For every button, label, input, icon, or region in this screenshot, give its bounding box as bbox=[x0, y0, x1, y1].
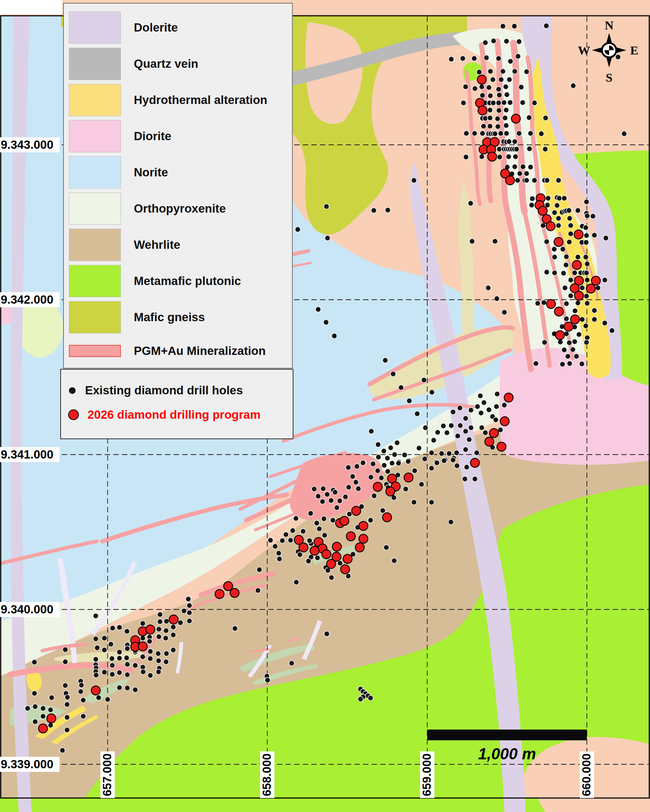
existing-drill-hole bbox=[156, 669, 161, 675]
planned-drill-hole bbox=[556, 331, 564, 340]
easting-label: 658.000 bbox=[260, 751, 274, 798]
existing-drill-hole bbox=[147, 639, 153, 644]
existing-drill-hole bbox=[603, 235, 609, 241]
existing-drill-hole bbox=[324, 631, 330, 637]
existing-drill-hole bbox=[439, 451, 445, 456]
existing-drill-hole bbox=[580, 285, 585, 291]
existing-drill-hole bbox=[486, 407, 492, 413]
existing-drill-hole bbox=[78, 689, 84, 694]
existing-drill-hole bbox=[346, 574, 351, 579]
existing-drill-hole bbox=[506, 154, 512, 160]
existing-drill-hole bbox=[411, 500, 417, 505]
existing-drill-hole bbox=[507, 77, 512, 82]
existing-drill-hole bbox=[156, 634, 162, 640]
planned-drill-hole bbox=[355, 543, 364, 552]
existing-drill-hole bbox=[384, 545, 389, 550]
existing-drill-hole bbox=[346, 465, 351, 470]
existing-drill-hole bbox=[295, 227, 301, 232]
existing-drill-hole bbox=[416, 446, 422, 451]
existing-drill-hole bbox=[584, 240, 589, 245]
planned-drill-hole bbox=[497, 443, 506, 451]
existing-drill-hole bbox=[504, 39, 509, 44]
existing-drill-hole bbox=[109, 656, 115, 661]
existing-drill-hole bbox=[462, 476, 468, 482]
existing-drill-hole bbox=[33, 704, 38, 710]
existing-drill-hole bbox=[544, 270, 549, 275]
existing-drill-hole bbox=[308, 511, 314, 516]
existing-drill-hole bbox=[497, 108, 502, 113]
existing-drill-hole bbox=[515, 54, 521, 59]
existing-drill-hole bbox=[297, 552, 303, 557]
existing-drill-hole bbox=[158, 612, 163, 617]
existing-drill-hole bbox=[478, 393, 483, 398]
existing-drill-hole bbox=[592, 317, 597, 322]
legend-label-diorite: Diorite bbox=[134, 130, 171, 143]
existing-drill-hole bbox=[575, 208, 581, 213]
existing-drill-hole bbox=[585, 278, 590, 283]
existing-drill-hole bbox=[41, 714, 46, 719]
existing-drill-hole bbox=[502, 100, 507, 105]
legend-swatch-norite bbox=[69, 156, 121, 189]
existing-drill-hole bbox=[503, 84, 509, 90]
existing-drill-hole bbox=[567, 340, 572, 346]
existing-drill-hole bbox=[407, 398, 412, 404]
existing-drill-hole bbox=[312, 487, 317, 492]
easting-label: 657.000 bbox=[101, 751, 115, 798]
planned-drill-hole bbox=[504, 393, 513, 402]
legend-swatch-dolerite bbox=[69, 11, 121, 44]
existing-drill-hole bbox=[148, 656, 153, 661]
existing-drill-hole bbox=[283, 532, 289, 537]
existing-drill-hole bbox=[406, 459, 411, 464]
existing-drill-hole bbox=[49, 695, 55, 701]
planned-drill-hole bbox=[386, 487, 395, 496]
planned-drill-hole bbox=[554, 238, 563, 247]
existing-drill-hole bbox=[488, 108, 493, 113]
existing-drill-hole bbox=[435, 430, 440, 435]
existing-drill-hole bbox=[562, 196, 567, 201]
existing-drill-hole bbox=[187, 618, 192, 624]
existing-drill-hole bbox=[479, 84, 485, 90]
planned-drill-hole bbox=[347, 532, 355, 541]
existing-drill-hole bbox=[337, 498, 343, 504]
planned-drill-hole bbox=[555, 307, 564, 316]
planned-drill-hole bbox=[485, 437, 494, 446]
legend-item-pgm-au-mineralization: PGM+Au Mineralization bbox=[69, 344, 292, 358]
legend-swatch-quartz-vein bbox=[69, 48, 121, 80]
planned-drill-hole bbox=[383, 513, 392, 522]
existing-drill-hole bbox=[572, 308, 578, 314]
existing-drill-hole bbox=[41, 706, 46, 711]
existing-drill-hole bbox=[473, 86, 478, 92]
planned-drill-hole bbox=[506, 176, 515, 185]
existing-drill-hole bbox=[585, 261, 590, 267]
existing-drill-hole bbox=[277, 556, 282, 562]
existing-drill-hole bbox=[133, 687, 138, 693]
existing-drill-hole bbox=[468, 425, 474, 430]
existing-drill-hole bbox=[117, 670, 122, 675]
legend-item-mafic-gneiss: Mafic gneiss bbox=[69, 301, 292, 333]
existing-drill-hole bbox=[320, 499, 325, 504]
existing-drill-hole bbox=[430, 390, 435, 395]
legend-item-wehrlite: Wehrlite bbox=[69, 229, 292, 261]
existing-drill-hole bbox=[577, 332, 582, 337]
existing-drill-hole bbox=[140, 621, 146, 626]
existing-drill-hole bbox=[488, 124, 493, 129]
existing-drill-hole bbox=[496, 87, 502, 92]
legend-item-planned-holes: 2026 diamond drilling program bbox=[68, 403, 293, 427]
existing-drill-hole bbox=[403, 487, 408, 492]
legend-item-diorite: Diorite bbox=[69, 120, 292, 153]
existing-drill-hole bbox=[490, 77, 496, 82]
existing-drill-hole bbox=[81, 698, 86, 703]
existing-drill-hole bbox=[479, 411, 484, 416]
existing-drill-hole bbox=[171, 624, 176, 630]
existing-drill-hole bbox=[488, 69, 493, 74]
existing-drill-hole bbox=[494, 296, 500, 302]
existing-drill-hole bbox=[524, 171, 529, 176]
legend-swatch-mafic-gneiss bbox=[69, 301, 121, 333]
existing-drill-hole bbox=[110, 672, 115, 677]
existing-drill-hole bbox=[552, 255, 557, 260]
planned-drill-hole bbox=[571, 315, 580, 324]
existing-drill-hole bbox=[520, 164, 526, 169]
existing-drill-hole bbox=[584, 294, 589, 299]
existing-drill-hole bbox=[602, 321, 608, 326]
existing-drill-hole bbox=[583, 255, 589, 260]
